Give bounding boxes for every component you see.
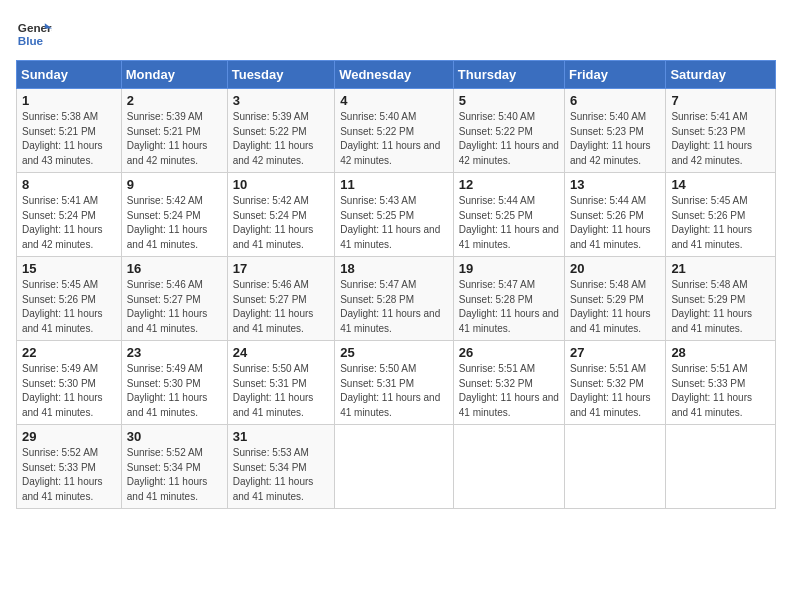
day-number: 19 xyxy=(459,261,559,276)
day-info: Sunrise: 5:48 AMSunset: 5:29 PMDaylight:… xyxy=(671,278,770,336)
day-cell: 25 Sunrise: 5:50 AMSunset: 5:31 PMDaylig… xyxy=(335,341,454,425)
day-number: 24 xyxy=(233,345,329,360)
day-number: 7 xyxy=(671,93,770,108)
day-cell: 17 Sunrise: 5:46 AMSunset: 5:27 PMDaylig… xyxy=(227,257,334,341)
day-cell: 7 Sunrise: 5:41 AMSunset: 5:23 PMDayligh… xyxy=(666,89,776,173)
page-header: General Blue xyxy=(16,16,776,52)
day-number: 9 xyxy=(127,177,222,192)
day-header-sunday: Sunday xyxy=(17,61,122,89)
day-info: Sunrise: 5:52 AMSunset: 5:33 PMDaylight:… xyxy=(22,446,116,504)
day-number: 13 xyxy=(570,177,660,192)
day-info: Sunrise: 5:42 AMSunset: 5:24 PMDaylight:… xyxy=(127,194,222,252)
week-row-4: 22 Sunrise: 5:49 AMSunset: 5:30 PMDaylig… xyxy=(17,341,776,425)
day-info: Sunrise: 5:50 AMSunset: 5:31 PMDaylight:… xyxy=(233,362,329,420)
day-cell: 6 Sunrise: 5:40 AMSunset: 5:23 PMDayligh… xyxy=(564,89,665,173)
day-number: 6 xyxy=(570,93,660,108)
day-cell: 26 Sunrise: 5:51 AMSunset: 5:32 PMDaylig… xyxy=(453,341,564,425)
day-info: Sunrise: 5:52 AMSunset: 5:34 PMDaylight:… xyxy=(127,446,222,504)
day-number: 4 xyxy=(340,93,448,108)
day-info: Sunrise: 5:40 AMSunset: 5:22 PMDaylight:… xyxy=(459,110,559,168)
header-row: SundayMondayTuesdayWednesdayThursdayFrid… xyxy=(17,61,776,89)
day-cell xyxy=(335,425,454,509)
day-number: 21 xyxy=(671,261,770,276)
day-info: Sunrise: 5:41 AMSunset: 5:24 PMDaylight:… xyxy=(22,194,116,252)
day-info: Sunrise: 5:44 AMSunset: 5:25 PMDaylight:… xyxy=(459,194,559,252)
day-info: Sunrise: 5:49 AMSunset: 5:30 PMDaylight:… xyxy=(127,362,222,420)
day-cell: 9 Sunrise: 5:42 AMSunset: 5:24 PMDayligh… xyxy=(121,173,227,257)
day-cell: 18 Sunrise: 5:47 AMSunset: 5:28 PMDaylig… xyxy=(335,257,454,341)
day-number: 14 xyxy=(671,177,770,192)
day-info: Sunrise: 5:45 AMSunset: 5:26 PMDaylight:… xyxy=(22,278,116,336)
day-info: Sunrise: 5:44 AMSunset: 5:26 PMDaylight:… xyxy=(570,194,660,252)
day-info: Sunrise: 5:38 AMSunset: 5:21 PMDaylight:… xyxy=(22,110,116,168)
day-info: Sunrise: 5:47 AMSunset: 5:28 PMDaylight:… xyxy=(340,278,448,336)
day-cell: 2 Sunrise: 5:39 AMSunset: 5:21 PMDayligh… xyxy=(121,89,227,173)
day-cell: 15 Sunrise: 5:45 AMSunset: 5:26 PMDaylig… xyxy=(17,257,122,341)
logo: General Blue xyxy=(16,16,52,52)
week-row-2: 8 Sunrise: 5:41 AMSunset: 5:24 PMDayligh… xyxy=(17,173,776,257)
day-number: 15 xyxy=(22,261,116,276)
day-info: Sunrise: 5:46 AMSunset: 5:27 PMDaylight:… xyxy=(233,278,329,336)
day-number: 11 xyxy=(340,177,448,192)
day-cell: 13 Sunrise: 5:44 AMSunset: 5:26 PMDaylig… xyxy=(564,173,665,257)
day-cell xyxy=(453,425,564,509)
day-cell: 8 Sunrise: 5:41 AMSunset: 5:24 PMDayligh… xyxy=(17,173,122,257)
day-number: 18 xyxy=(340,261,448,276)
day-number: 2 xyxy=(127,93,222,108)
day-number: 27 xyxy=(570,345,660,360)
day-cell: 3 Sunrise: 5:39 AMSunset: 5:22 PMDayligh… xyxy=(227,89,334,173)
day-info: Sunrise: 5:48 AMSunset: 5:29 PMDaylight:… xyxy=(570,278,660,336)
day-header-monday: Monday xyxy=(121,61,227,89)
day-cell: 19 Sunrise: 5:47 AMSunset: 5:28 PMDaylig… xyxy=(453,257,564,341)
day-cell: 24 Sunrise: 5:50 AMSunset: 5:31 PMDaylig… xyxy=(227,341,334,425)
day-number: 8 xyxy=(22,177,116,192)
day-info: Sunrise: 5:39 AMSunset: 5:22 PMDaylight:… xyxy=(233,110,329,168)
day-cell xyxy=(666,425,776,509)
day-cell: 22 Sunrise: 5:49 AMSunset: 5:30 PMDaylig… xyxy=(17,341,122,425)
day-number: 31 xyxy=(233,429,329,444)
day-cell: 1 Sunrise: 5:38 AMSunset: 5:21 PMDayligh… xyxy=(17,89,122,173)
day-cell: 27 Sunrise: 5:51 AMSunset: 5:32 PMDaylig… xyxy=(564,341,665,425)
day-number: 10 xyxy=(233,177,329,192)
day-cell: 31 Sunrise: 5:53 AMSunset: 5:34 PMDaylig… xyxy=(227,425,334,509)
day-cell: 5 Sunrise: 5:40 AMSunset: 5:22 PMDayligh… xyxy=(453,89,564,173)
day-info: Sunrise: 5:43 AMSunset: 5:25 PMDaylight:… xyxy=(340,194,448,252)
day-header-thursday: Thursday xyxy=(453,61,564,89)
day-header-wednesday: Wednesday xyxy=(335,61,454,89)
day-cell: 10 Sunrise: 5:42 AMSunset: 5:24 PMDaylig… xyxy=(227,173,334,257)
week-row-3: 15 Sunrise: 5:45 AMSunset: 5:26 PMDaylig… xyxy=(17,257,776,341)
day-info: Sunrise: 5:41 AMSunset: 5:23 PMDaylight:… xyxy=(671,110,770,168)
day-cell: 21 Sunrise: 5:48 AMSunset: 5:29 PMDaylig… xyxy=(666,257,776,341)
day-number: 25 xyxy=(340,345,448,360)
day-number: 12 xyxy=(459,177,559,192)
day-number: 29 xyxy=(22,429,116,444)
day-number: 5 xyxy=(459,93,559,108)
day-number: 23 xyxy=(127,345,222,360)
day-number: 22 xyxy=(22,345,116,360)
day-info: Sunrise: 5:51 AMSunset: 5:33 PMDaylight:… xyxy=(671,362,770,420)
day-number: 26 xyxy=(459,345,559,360)
day-number: 17 xyxy=(233,261,329,276)
logo-icon: General Blue xyxy=(16,16,52,52)
day-info: Sunrise: 5:40 AMSunset: 5:22 PMDaylight:… xyxy=(340,110,448,168)
day-cell: 12 Sunrise: 5:44 AMSunset: 5:25 PMDaylig… xyxy=(453,173,564,257)
week-row-5: 29 Sunrise: 5:52 AMSunset: 5:33 PMDaylig… xyxy=(17,425,776,509)
day-cell: 4 Sunrise: 5:40 AMSunset: 5:22 PMDayligh… xyxy=(335,89,454,173)
day-number: 30 xyxy=(127,429,222,444)
day-info: Sunrise: 5:47 AMSunset: 5:28 PMDaylight:… xyxy=(459,278,559,336)
day-number: 16 xyxy=(127,261,222,276)
day-cell: 14 Sunrise: 5:45 AMSunset: 5:26 PMDaylig… xyxy=(666,173,776,257)
day-number: 20 xyxy=(570,261,660,276)
day-info: Sunrise: 5:40 AMSunset: 5:23 PMDaylight:… xyxy=(570,110,660,168)
day-info: Sunrise: 5:53 AMSunset: 5:34 PMDaylight:… xyxy=(233,446,329,504)
day-number: 1 xyxy=(22,93,116,108)
day-cell xyxy=(564,425,665,509)
day-cell: 29 Sunrise: 5:52 AMSunset: 5:33 PMDaylig… xyxy=(17,425,122,509)
day-cell: 30 Sunrise: 5:52 AMSunset: 5:34 PMDaylig… xyxy=(121,425,227,509)
day-cell: 28 Sunrise: 5:51 AMSunset: 5:33 PMDaylig… xyxy=(666,341,776,425)
day-header-saturday: Saturday xyxy=(666,61,776,89)
day-cell: 23 Sunrise: 5:49 AMSunset: 5:30 PMDaylig… xyxy=(121,341,227,425)
day-info: Sunrise: 5:45 AMSunset: 5:26 PMDaylight:… xyxy=(671,194,770,252)
day-number: 3 xyxy=(233,93,329,108)
day-cell: 20 Sunrise: 5:48 AMSunset: 5:29 PMDaylig… xyxy=(564,257,665,341)
